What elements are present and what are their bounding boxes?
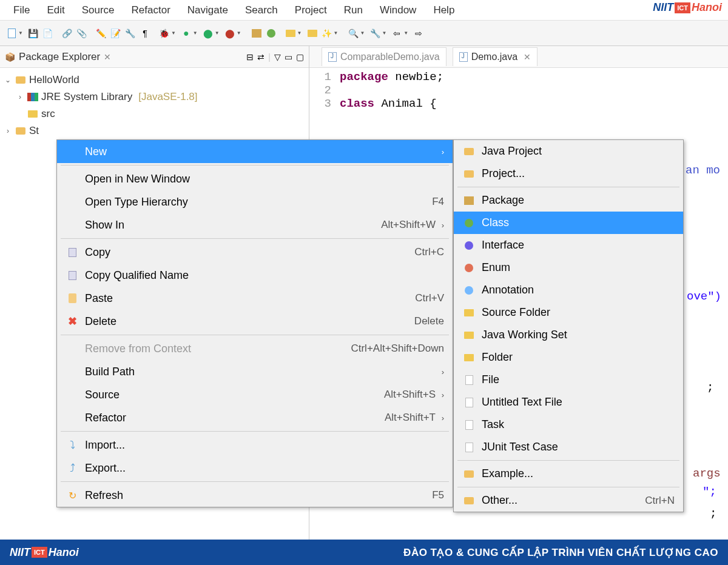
dropdown-arrow-icon[interactable]: ▼ [334, 30, 339, 36]
expander-icon[interactable]: ⌄ [4, 76, 12, 84]
submenu-item[interactable]: Java Working Set [454, 324, 683, 346]
submenu-item-label: Example... [478, 467, 675, 480]
dropdown-arrow-icon[interactable]: ▼ [193, 30, 198, 36]
menu-run[interactable]: Run [335, 1, 371, 20]
paragraph-icon[interactable]: ¶ [138, 27, 152, 40]
expander-icon[interactable]: › [16, 93, 24, 101]
code-editor[interactable]: 1package newbie; 2 3class Animal { [309, 68, 728, 113]
tool-icon[interactable]: 📝 [109, 27, 123, 40]
context-menu-item[interactable]: Show InAlt+Shift+W› [57, 213, 453, 236]
tree-src[interactable]: src [2, 105, 306, 122]
tool-icon[interactable]: ✨ [320, 27, 334, 40]
collapse-all-icon[interactable]: ⊟ [246, 52, 254, 62]
menu-search[interactable]: Search [237, 1, 286, 20]
context-menu-item: Remove from ContextCtrl+Alt+Shift+Down [57, 337, 453, 360]
context-menu-item[interactable]: ⤵Import... [57, 433, 453, 456]
submenu-item[interactable]: Other...Ctrl+N [454, 489, 683, 512]
submenu-item[interactable]: Interface [454, 234, 683, 256]
menu-source[interactable]: Source [73, 1, 123, 20]
submenu-item[interactable]: Enum [454, 256, 683, 279]
dropdown-arrow-icon[interactable]: ▼ [297, 30, 302, 36]
new-package-icon[interactable] [250, 27, 263, 40]
dropdown-arrow-icon[interactable]: ▼ [360, 30, 365, 36]
dropdown-arrow-icon[interactable]: ▼ [171, 30, 176, 36]
context-menu-item[interactable]: ✖DeleteDelete [57, 310, 453, 333]
submenu-item[interactable]: Project... [454, 162, 683, 185]
folder-icon[interactable] [306, 27, 319, 40]
save-all-icon[interactable]: 📄 [41, 27, 55, 40]
link-editor-icon[interactable]: ⇄ [257, 52, 265, 62]
close-view-icon[interactable]: ✕ [104, 52, 111, 62]
menu-project[interactable]: Project [286, 1, 335, 20]
tab-comparable-demo[interactable]: ComparableDemo.java [322, 47, 447, 66]
project-tree: ⌄ HelloWorld › JRE System Library [JavaS… [0, 68, 309, 143]
submenu-item[interactable]: Example... [454, 463, 683, 485]
context-menu-item[interactable]: RefactorAlt+Shift+T› [57, 406, 453, 429]
run-icon[interactable]: ● [180, 27, 193, 40]
back-icon[interactable]: ⇦ [390, 27, 403, 40]
submenu-item[interactable]: File [454, 369, 683, 391]
dropdown-arrow-icon[interactable]: ▼ [215, 30, 220, 36]
new-class-icon[interactable] [265, 27, 278, 40]
close-tab-icon[interactable]: ✕ [524, 52, 531, 62]
tool-icon[interactable]: 🔧 [124, 27, 137, 40]
debug-icon[interactable]: 🐞 [158, 27, 171, 40]
menu-file[interactable]: File [5, 1, 38, 20]
forward-icon[interactable]: ⇨ [412, 27, 425, 40]
tool-icon[interactable]: 🔗 [61, 27, 74, 40]
run-last-icon[interactable]: ⬤ [223, 27, 237, 40]
menu-help[interactable]: Help [425, 1, 463, 20]
open-type-icon[interactable] [284, 27, 297, 40]
view-menu-icon[interactable]: ▽ [274, 52, 281, 62]
submenu-item[interactable]: Annotation [454, 279, 683, 301]
submenu-item[interactable]: Folder [454, 346, 683, 369]
save-icon[interactable]: 💾 [27, 27, 40, 40]
tab-demo[interactable]: Demo.java ✕ [453, 47, 538, 66]
context-menu-item[interactable]: Open in New Window [57, 167, 453, 190]
new-submenu: Java ProjectProject...PackageClassInterf… [453, 139, 684, 512]
maximize-icon[interactable]: ▢ [296, 52, 304, 62]
menu-window[interactable]: Window [371, 1, 425, 20]
submenu-item[interactable]: Task [454, 413, 683, 436]
menu-item-label: Paste [81, 292, 415, 305]
dropdown-arrow-icon[interactable]: ▼ [18, 30, 23, 36]
submenu-item[interactable]: Package [454, 189, 683, 212]
menu-navigate[interactable]: Navigate [179, 1, 237, 20]
dropdown-arrow-icon[interactable]: ▼ [403, 30, 408, 36]
tool-icon[interactable]: 📎 [75, 27, 89, 40]
tool-icon[interactable]: ✏️ [95, 27, 108, 40]
submenu-item-label: Annotation [478, 284, 675, 296]
minimize-icon[interactable]: ▭ [285, 52, 292, 62]
context-menu-item[interactable]: Open Type HierarchyF4 [57, 190, 453, 213]
context-menu-item[interactable]: PasteCtrl+V [57, 287, 453, 310]
expander-icon[interactable]: › [4, 127, 12, 135]
tool-icon[interactable]: 🔍 [346, 27, 360, 40]
tree-st[interactable]: › St [2, 122, 306, 139]
code-fragment: an mo [686, 164, 720, 177]
submenu-item[interactable]: JUnit Test Case [454, 436, 683, 458]
context-menu-item[interactable]: ⤴Export... [57, 456, 453, 480]
new-icon[interactable] [5, 27, 18, 40]
submenu-item[interactable]: Class [454, 212, 683, 234]
menu-refactor[interactable]: Refactor [123, 1, 179, 20]
tree-jre[interactable]: › JRE System Library [JavaSE-1.8] [2, 89, 306, 105]
coverage-icon[interactable]: ⬤ [201, 27, 215, 40]
context-menu-item[interactable]: CopyCtrl+C [57, 241, 453, 264]
context-menu-item[interactable]: New› [57, 140, 453, 163]
context-menu-item[interactable]: SourceAlt+Shift+S› [57, 383, 453, 406]
submenu-item[interactable]: Untitled Text File [454, 391, 683, 413]
context-menu-item[interactable]: ↻RefreshF5 [57, 484, 453, 507]
context-menu-item[interactable]: Copy Qualified Name [57, 264, 453, 287]
tool-icon[interactable]: 🔧 [368, 27, 382, 40]
dropdown-arrow-icon[interactable]: ▼ [382, 30, 386, 36]
menu-edit[interactable]: Edit [38, 1, 73, 20]
file-icon [460, 375, 478, 385]
context-menu-item[interactable]: Build Path› [57, 360, 453, 383]
tree-project[interactable]: ⌄ HelloWorld [2, 72, 306, 89]
dropdown-arrow-icon[interactable]: ▼ [237, 30, 241, 36]
submenu-item[interactable]: Source Folder [454, 301, 683, 324]
library-icon [27, 93, 39, 101]
submenu-item-label: Java Project [478, 145, 675, 158]
submenu-item[interactable]: Java Project [454, 140, 683, 162]
package-icon: 📦 [5, 52, 15, 62]
